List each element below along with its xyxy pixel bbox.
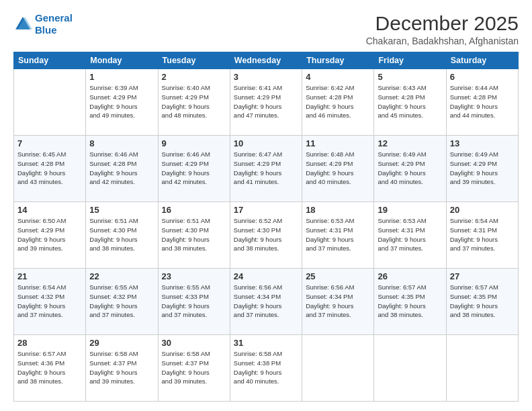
day-number: 19 (378, 205, 442, 215)
day-info: Sunrise: 6:57 AMSunset: 4:35 PMDaylight:… (378, 283, 442, 320)
calendar-cell: 23Sunrise: 6:55 AMSunset: 4:33 PMDayligh… (158, 269, 230, 335)
calendar-week-3: 21Sunrise: 6:54 AMSunset: 4:32 PMDayligh… (14, 269, 519, 335)
main-title: December 2025 (366, 12, 519, 34)
logo: General Blue (13, 12, 73, 36)
day-number: 27 (450, 271, 515, 281)
calendar-cell: 16Sunrise: 6:51 AMSunset: 4:30 PMDayligh… (158, 202, 230, 269)
day-info: Sunrise: 6:56 AMSunset: 4:34 PMDaylight:… (306, 283, 370, 320)
day-info: Sunrise: 6:50 AMSunset: 4:29 PMDaylight:… (17, 216, 82, 253)
day-number: 6 (450, 72, 515, 82)
calendar-cell: 24Sunrise: 6:56 AMSunset: 4:34 PMDayligh… (230, 269, 302, 335)
day-number: 16 (162, 205, 226, 215)
calendar-cell: 18Sunrise: 6:53 AMSunset: 4:31 PMDayligh… (302, 202, 374, 269)
calendar-cell: 26Sunrise: 6:57 AMSunset: 4:35 PMDayligh… (374, 269, 446, 335)
calendar-week-2: 14Sunrise: 6:50 AMSunset: 4:29 PMDayligh… (14, 202, 519, 269)
day-info: Sunrise: 6:40 AMSunset: 4:29 PMDaylight:… (162, 83, 226, 120)
header: General Blue December 2025 Chakaran, Bad… (13, 12, 519, 46)
day-number: 25 (306, 271, 370, 281)
day-info: Sunrise: 6:51 AMSunset: 4:30 PMDaylight:… (162, 216, 226, 253)
day-info: Sunrise: 6:53 AMSunset: 4:31 PMDaylight:… (306, 216, 370, 253)
day-info: Sunrise: 6:52 AMSunset: 4:30 PMDaylight:… (234, 216, 298, 253)
day-number: 13 (450, 138, 515, 148)
day-info: Sunrise: 6:54 AMSunset: 4:32 PMDaylight:… (17, 283, 82, 320)
calendar-cell: 1Sunrise: 6:39 AMSunset: 4:29 PMDaylight… (86, 69, 158, 136)
calendar-cell: 20Sunrise: 6:54 AMSunset: 4:31 PMDayligh… (446, 202, 518, 269)
col-tuesday: Tuesday (158, 52, 230, 69)
calendar-cell: 7Sunrise: 6:45 AMSunset: 4:28 PMDaylight… (14, 136, 86, 202)
calendar-cell: 10Sunrise: 6:47 AMSunset: 4:29 PMDayligh… (230, 136, 302, 202)
calendar-cell: 15Sunrise: 6:51 AMSunset: 4:30 PMDayligh… (86, 202, 158, 269)
calendar-cell: 29Sunrise: 6:58 AMSunset: 4:37 PMDayligh… (86, 335, 158, 402)
title-block: December 2025 Chakaran, Badakhshan, Afgh… (366, 12, 519, 46)
day-info: Sunrise: 6:58 AMSunset: 4:37 PMDaylight:… (162, 349, 226, 386)
day-number: 7 (17, 138, 82, 148)
day-info: Sunrise: 6:42 AMSunset: 4:28 PMDaylight:… (306, 83, 370, 120)
day-number: 14 (17, 205, 82, 215)
calendar-week-4: 28Sunrise: 6:57 AMSunset: 4:36 PMDayligh… (14, 335, 519, 402)
calendar-cell (374, 335, 446, 402)
calendar-cell: 12Sunrise: 6:49 AMSunset: 4:29 PMDayligh… (374, 136, 446, 202)
calendar-header-row: Sunday Monday Tuesday Wednesday Thursday… (14, 52, 519, 69)
day-number: 20 (450, 205, 515, 215)
day-number: 11 (306, 138, 370, 148)
day-number: 3 (234, 72, 298, 82)
day-number: 28 (17, 338, 82, 348)
day-info: Sunrise: 6:47 AMSunset: 4:29 PMDaylight:… (234, 150, 298, 187)
calendar-cell (14, 69, 86, 136)
day-number: 8 (89, 138, 154, 148)
col-wednesday: Wednesday (230, 52, 302, 69)
calendar-cell: 8Sunrise: 6:46 AMSunset: 4:28 PMDaylight… (86, 136, 158, 202)
day-info: Sunrise: 6:53 AMSunset: 4:31 PMDaylight:… (378, 216, 442, 253)
day-info: Sunrise: 6:58 AMSunset: 4:38 PMDaylight:… (234, 349, 298, 386)
col-monday: Monday (86, 52, 158, 69)
day-number: 10 (234, 138, 298, 148)
day-info: Sunrise: 6:56 AMSunset: 4:34 PMDaylight:… (234, 283, 298, 320)
day-info: Sunrise: 6:49 AMSunset: 4:29 PMDaylight:… (378, 150, 442, 187)
calendar-cell: 2Sunrise: 6:40 AMSunset: 4:29 PMDaylight… (158, 69, 230, 136)
day-info: Sunrise: 6:46 AMSunset: 4:29 PMDaylight:… (162, 150, 226, 187)
subtitle: Chakaran, Badakhshan, Afghanistan (366, 36, 519, 46)
day-info: Sunrise: 6:58 AMSunset: 4:37 PMDaylight:… (89, 349, 154, 386)
calendar-cell: 9Sunrise: 6:46 AMSunset: 4:29 PMDaylight… (158, 136, 230, 202)
day-info: Sunrise: 6:44 AMSunset: 4:28 PMDaylight:… (450, 83, 515, 120)
day-info: Sunrise: 6:48 AMSunset: 4:29 PMDaylight:… (306, 150, 370, 187)
day-info: Sunrise: 6:49 AMSunset: 4:29 PMDaylight:… (450, 150, 515, 187)
col-saturday: Saturday (446, 52, 518, 69)
day-number: 4 (306, 72, 370, 82)
day-number: 21 (17, 271, 82, 281)
calendar-cell: 11Sunrise: 6:48 AMSunset: 4:29 PMDayligh… (302, 136, 374, 202)
calendar-cell: 3Sunrise: 6:41 AMSunset: 4:29 PMDaylight… (230, 69, 302, 136)
day-info: Sunrise: 6:54 AMSunset: 4:31 PMDaylight:… (450, 216, 515, 253)
logo-icon (13, 15, 32, 34)
calendar-cell: 22Sunrise: 6:55 AMSunset: 4:32 PMDayligh… (86, 269, 158, 335)
day-info: Sunrise: 6:57 AMSunset: 4:35 PMDaylight:… (450, 283, 515, 320)
day-number: 30 (162, 338, 226, 348)
calendar-cell: 13Sunrise: 6:49 AMSunset: 4:29 PMDayligh… (446, 136, 518, 202)
calendar-cell: 21Sunrise: 6:54 AMSunset: 4:32 PMDayligh… (14, 269, 86, 335)
day-info: Sunrise: 6:41 AMSunset: 4:29 PMDaylight:… (234, 83, 298, 120)
day-number: 29 (89, 338, 154, 348)
day-number: 23 (162, 271, 226, 281)
day-info: Sunrise: 6:45 AMSunset: 4:28 PMDaylight:… (17, 150, 82, 187)
day-number: 24 (234, 271, 298, 281)
calendar-table: Sunday Monday Tuesday Wednesday Thursday… (13, 52, 519, 402)
calendar-cell: 6Sunrise: 6:44 AMSunset: 4:28 PMDaylight… (446, 69, 518, 136)
calendar-cell: 27Sunrise: 6:57 AMSunset: 4:35 PMDayligh… (446, 269, 518, 335)
day-number: 5 (378, 72, 442, 82)
day-number: 9 (162, 138, 226, 148)
calendar-cell: 30Sunrise: 6:58 AMSunset: 4:37 PMDayligh… (158, 335, 230, 402)
day-number: 12 (378, 138, 442, 148)
day-info: Sunrise: 6:57 AMSunset: 4:36 PMDaylight:… (17, 349, 82, 386)
calendar-cell: 14Sunrise: 6:50 AMSunset: 4:29 PMDayligh… (14, 202, 86, 269)
calendar-cell (302, 335, 374, 402)
col-sunday: Sunday (14, 52, 86, 69)
day-number: 18 (306, 205, 370, 215)
day-info: Sunrise: 6:46 AMSunset: 4:28 PMDaylight:… (89, 150, 154, 187)
col-friday: Friday (374, 52, 446, 69)
calendar-cell: 28Sunrise: 6:57 AMSunset: 4:36 PMDayligh… (14, 335, 86, 402)
col-thursday: Thursday (302, 52, 374, 69)
day-number: 15 (89, 205, 154, 215)
day-info: Sunrise: 6:43 AMSunset: 4:28 PMDaylight:… (378, 83, 442, 120)
calendar-cell: 4Sunrise: 6:42 AMSunset: 4:28 PMDaylight… (302, 69, 374, 136)
logo-text: General Blue (35, 12, 73, 36)
